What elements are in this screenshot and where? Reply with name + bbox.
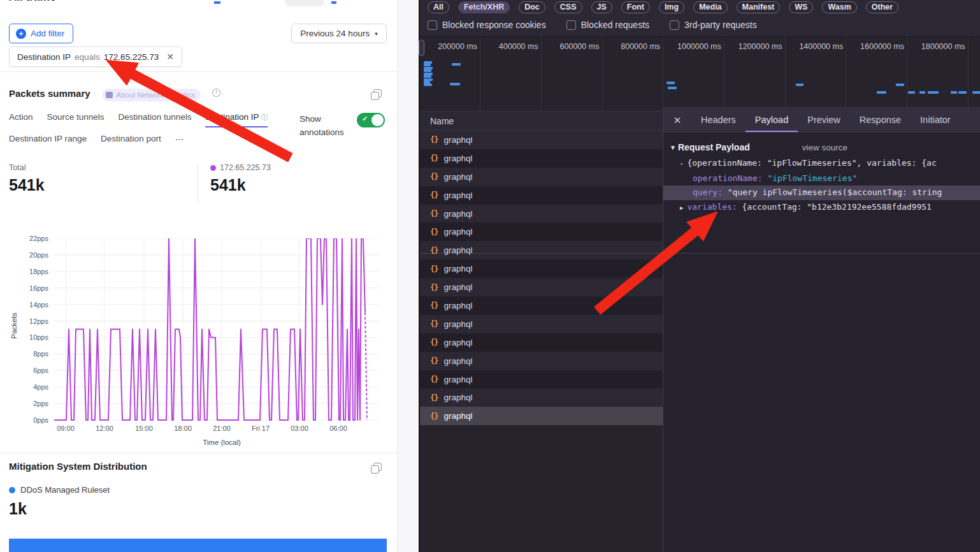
close-icon[interactable]: ✕ xyxy=(166,52,174,62)
checkbox-blocked-requests[interactable]: Blocked requests xyxy=(566,20,649,30)
timeline-tick-label: 1200000 ms xyxy=(724,42,782,51)
filter-pill-other[interactable]: Other xyxy=(866,1,898,13)
request-row-graphql[interactable]: {}graphql xyxy=(420,388,663,407)
request-list-header-name[interactable]: Name xyxy=(420,112,663,131)
json-file-icon: {} xyxy=(430,412,438,421)
request-row-graphql[interactable]: {}graphql xyxy=(420,222,663,241)
waterfall-request-mark[interactable] xyxy=(951,91,957,94)
payload-line-operationname[interactable]: operationName: "ipFlowTimeseries" xyxy=(663,171,980,186)
waterfall-request-mark[interactable] xyxy=(896,84,904,86)
waterfall-request-mark[interactable] xyxy=(972,91,980,94)
filter-pill-font[interactable]: Font xyxy=(621,1,650,13)
waterfall-request-mark[interactable] xyxy=(424,75,431,78)
details-tab-response[interactable]: Response xyxy=(850,108,911,132)
expander-triangle-icon[interactable]: ▶ xyxy=(680,205,683,211)
timeline-gridline xyxy=(968,37,969,112)
tab-destination-port[interactable]: Destination port xyxy=(101,134,161,148)
request-row-graphql[interactable]: {}graphql xyxy=(420,205,663,223)
truncated-toolbar-icon xyxy=(214,1,220,4)
request-row-graphql[interactable]: {}graphql xyxy=(420,407,663,425)
network-filter-pills: AllFetch/XHRDocCSSJSFontImgMediaManifest… xyxy=(428,1,898,13)
waterfall-request-mark[interactable] xyxy=(424,84,432,86)
filter-pill-media[interactable]: Media xyxy=(693,1,727,13)
object-preview-text: {operationName: "ipFlowTimeseries", vari… xyxy=(687,158,936,168)
packets-summary-title: Packets summary xyxy=(9,88,90,99)
y-tick-label: 4pps xyxy=(18,383,48,391)
filter-chip-destination-ip[interactable]: Destination IP equals 172.65.225.73 ✕ xyxy=(9,47,182,67)
x-tick-label: 06:00 xyxy=(321,425,356,432)
badge-label: About Network Analytics xyxy=(116,91,195,99)
tab-action[interactable]: Action xyxy=(9,112,33,127)
filter-pill-doc[interactable]: Doc xyxy=(519,1,545,13)
x-tick-label: 12:00 xyxy=(87,425,122,432)
view-source-link[interactable]: view source xyxy=(802,143,847,152)
checkbox-3rd-party-requests[interactable]: 3rd-party requests xyxy=(670,20,757,30)
payload-line-query[interactable]: query: "query ipFlowTimeseries($accountT… xyxy=(663,185,980,200)
details-tab-payload[interactable]: Payload xyxy=(746,108,798,132)
packets-timeseries-chart[interactable] xyxy=(54,238,382,422)
about-network-analytics-badge[interactable]: About Network Analytics xyxy=(102,89,201,101)
timeline-gridline xyxy=(724,37,724,112)
request-payload-header[interactable]: ▼ Request Payload view source xyxy=(670,142,980,152)
tab-destination-tunnels[interactable]: Destination tunnels xyxy=(119,112,192,127)
filter-pill-img[interactable]: Img xyxy=(659,1,684,13)
waterfall-request-mark[interactable] xyxy=(908,91,915,94)
expand-panel-icon[interactable] xyxy=(373,89,382,98)
history-clock-icon[interactable] xyxy=(212,89,220,97)
expander-triangle-icon[interactable]: ▾ xyxy=(680,161,683,167)
payload-line-preview[interactable]: ▾{operationName: "ipFlowTimeseries", var… xyxy=(663,156,980,171)
tab-source-tunnels[interactable]: Source tunnels xyxy=(47,112,104,127)
stat-total: Total 541k xyxy=(9,163,45,194)
waterfall-request-mark[interactable] xyxy=(450,83,460,85)
filter-pill-manifest[interactable]: Manifest xyxy=(737,1,781,13)
waterfall-request-mark[interactable] xyxy=(877,91,886,94)
filter-pill-js[interactable]: JS xyxy=(591,1,612,13)
checkbox-blocked-response-cookies[interactable]: Blocked response cookies xyxy=(428,20,546,30)
request-row-graphql[interactable]: {}graphql xyxy=(420,315,663,333)
filter-pill-all[interactable]: All xyxy=(428,1,449,13)
request-row-graphql[interactable]: {}graphql xyxy=(420,296,663,315)
request-row-graphql[interactable]: {}graphql xyxy=(420,259,663,278)
request-row-graphql[interactable]: {}graphql xyxy=(420,149,663,168)
close-icon[interactable]: ✕ xyxy=(663,115,691,126)
request-row-graphql[interactable]: {}graphql xyxy=(420,278,663,296)
payload-line-variables[interactable]: ▶variables: {accountTag: "b12e3b2192ee55… xyxy=(663,200,980,215)
waterfall-request-mark[interactable] xyxy=(668,87,677,89)
expand-panel-icon[interactable] xyxy=(373,463,382,471)
x-tick-label: 18:00 xyxy=(165,425,201,432)
book-icon xyxy=(106,92,113,98)
waterfall-request-mark[interactable] xyxy=(796,84,803,86)
filter-pill-css[interactable]: CSS xyxy=(554,1,582,13)
request-row-graphql[interactable]: {}graphql xyxy=(420,241,663,259)
details-tab-initiator[interactable]: Initiator xyxy=(911,108,960,132)
json-file-icon: {} xyxy=(430,135,438,144)
waterfall-request-mark[interactable] xyxy=(424,69,431,72)
details-tab-headers[interactable]: Headers xyxy=(691,108,746,132)
waterfall-request-mark[interactable] xyxy=(919,91,925,94)
request-row-graphql[interactable]: {}graphql xyxy=(420,131,663,149)
waterfall-request-mark[interactable] xyxy=(452,63,461,66)
tab-destination-ip-range[interactable]: Destination IP range xyxy=(9,134,87,148)
waterfall-request-mark[interactable] xyxy=(667,82,675,84)
filter-pill-fetch-xhr[interactable]: Fetch/XHR xyxy=(458,1,510,13)
waterfall-request-mark[interactable] xyxy=(424,64,431,66)
y-tick-label: 12pps xyxy=(18,317,48,325)
request-row-graphql[interactable]: {}graphql xyxy=(420,352,663,370)
filter-pill-wasm[interactable]: Wasm xyxy=(822,1,856,13)
timeline-overview[interactable]: 200000 ms400000 ms600000 ms800000 ms1000… xyxy=(420,37,980,112)
time-range-dropdown[interactable]: Previous 24 hours ▾ xyxy=(291,24,387,43)
waterfall-request-mark[interactable] xyxy=(958,91,967,94)
add-filter-button[interactable]: + Add filter xyxy=(9,24,73,43)
request-row-graphql[interactable]: {}graphql xyxy=(420,370,663,389)
request-row-graphql[interactable]: {}graphql xyxy=(420,333,663,352)
request-row-graphql[interactable]: {}graphql xyxy=(420,168,663,186)
details-tab-preview[interactable]: Preview xyxy=(798,108,850,132)
json-file-icon: {} xyxy=(430,301,438,310)
filter-pill-ws[interactable]: WS xyxy=(789,1,813,13)
devtools-network-panel: AllFetch/XHRDocCSSJSFontImgMediaManifest… xyxy=(419,0,980,552)
request-row-graphql[interactable]: {}graphql xyxy=(420,186,663,205)
waterfall-request-mark[interactable] xyxy=(928,91,939,94)
show-annotations-toggle[interactable]: ✓ xyxy=(357,113,385,127)
tab-more[interactable]: ⋯ xyxy=(175,134,184,148)
tab-destination-ip[interactable]: Destination IPⓘ xyxy=(205,112,268,127)
